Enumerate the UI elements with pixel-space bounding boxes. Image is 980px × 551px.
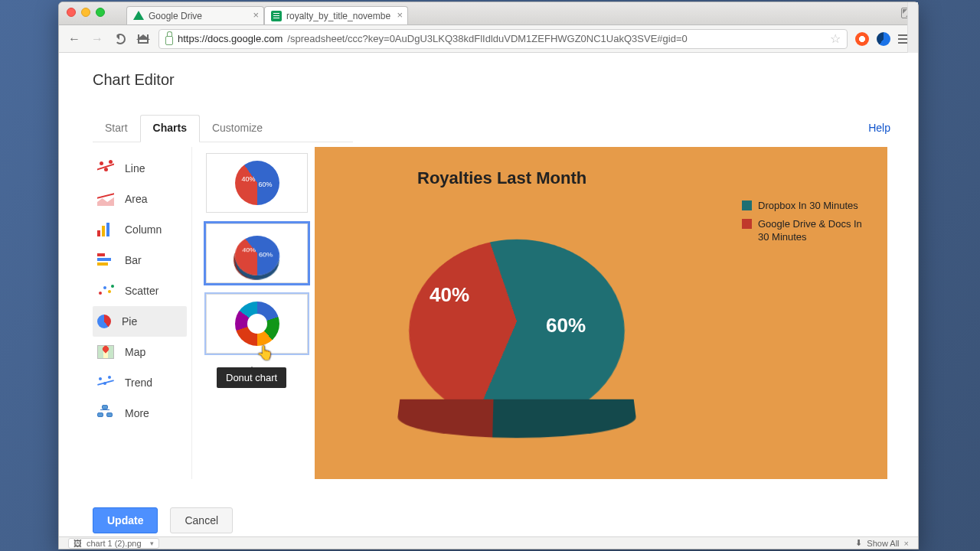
type-more[interactable]: More	[93, 398, 187, 429]
download-show-all[interactable]: ⬇ Show All ×	[855, 538, 909, 548]
legend-item: Google Drive & Docs In 30 Minutes	[742, 217, 864, 244]
chart-preview: Royalties Last Month 40% 60% Dropbox In …	[315, 147, 887, 479]
cancel-button[interactable]: Cancel	[170, 507, 233, 533]
chart-legend: Dropbox In 30 Minutes Google Drive & Doc…	[742, 199, 864, 249]
type-map[interactable]: Map	[93, 337, 187, 367]
map-chart-icon	[97, 345, 114, 359]
type-label: Column	[125, 223, 162, 236]
window-close-button[interactable]	[67, 8, 76, 17]
editor-body: Line Area Column Bar Scatter Pie Map Tre…	[93, 147, 887, 479]
browser-tab-sheet[interactable]: royalty_by_title_novembe ×	[264, 6, 408, 24]
slice-label-40: 40%	[430, 283, 469, 307]
url-path: /spreadsheet/ccc?key=0AuDgU3LKQ38kdFlIdl…	[287, 33, 687, 44]
line-chart-icon	[97, 161, 114, 175]
extension-icon[interactable]	[855, 32, 869, 46]
browser-window: Google Drive × royalty_by_title_novembe …	[58, 2, 919, 549]
donut-thumb-icon	[235, 302, 279, 346]
slice-label-60: 60%	[546, 314, 586, 337]
nav-reload-button[interactable]	[113, 31, 128, 47]
scatter-chart-icon	[97, 284, 114, 298]
type-label: Area	[125, 193, 148, 205]
thumb-label: 60%	[259, 181, 273, 188]
window-minimize-button[interactable]	[81, 8, 90, 17]
type-label: Trend	[125, 377, 152, 389]
pie-slices	[397, 240, 636, 423]
type-line[interactable]: Line	[93, 153, 187, 184]
type-area[interactable]: Area	[93, 184, 187, 214]
thumb-label: 40%	[242, 175, 256, 183]
bar-chart-icon	[97, 253, 114, 267]
type-label: Line	[125, 162, 145, 174]
type-column[interactable]: Column	[93, 214, 187, 245]
editor-tabs: Start Charts Customize	[93, 115, 353, 142]
download-item[interactable]: 🖼 chart 1 (2).png	[68, 538, 159, 549]
dialog-title: Chart Editor	[93, 71, 887, 89]
pie-thumb-icon: 40% 60%	[235, 161, 279, 205]
tab-start[interactable]: Start	[93, 116, 140, 142]
type-label: Map	[125, 346, 145, 358]
type-trend[interactable]: Trend	[93, 367, 187, 398]
chart-subtype-list: 40% 60% 40% 60% Donut chart 👆	[192, 147, 307, 479]
area-chart-icon	[97, 192, 114, 206]
nav-back-button[interactable]: ←	[67, 31, 82, 47]
url-host: https://docs.google.com	[178, 33, 283, 44]
type-bar[interactable]: Bar	[93, 245, 187, 276]
download-bar-close-icon[interactable]: ×	[904, 539, 909, 548]
sheets-favicon-icon	[271, 11, 282, 21]
window-controls	[67, 8, 105, 17]
window-zoom-button[interactable]	[96, 8, 105, 17]
subtype-pie-flat[interactable]: 40% 60%	[206, 153, 308, 213]
pie-chart	[410, 214, 624, 429]
trend-chart-icon	[97, 376, 114, 390]
address-bar[interactable]: https://docs.google.com/spreadsheet/ccc?…	[158, 29, 848, 49]
chart-title: Royalties Last Month	[417, 168, 586, 188]
legend-label: Dropbox In 30 Minutes	[758, 199, 858, 213]
show-all-label: Show All	[867, 539, 899, 548]
drive-favicon-icon	[133, 11, 144, 21]
legend-swatch-icon	[742, 219, 752, 229]
pie-chart-icon	[97, 315, 111, 328]
legend-swatch-icon	[742, 201, 752, 210]
type-label: Pie	[122, 315, 137, 328]
cursor-icon: 👆	[256, 344, 273, 361]
tab-title: royalty_by_title_novembe	[286, 11, 390, 21]
chart-type-list: Line Area Column Bar Scatter Pie Map Tre…	[93, 147, 192, 479]
type-label: Bar	[125, 254, 142, 266]
download-filename: chart 1 (2).png	[87, 539, 142, 548]
type-label: More	[125, 407, 149, 419]
nav-forward-button[interactable]: →	[90, 31, 105, 47]
tab-close-icon[interactable]: ×	[253, 10, 259, 20]
lock-icon	[165, 36, 173, 45]
type-pie[interactable]: Pie	[93, 306, 187, 337]
titlebar: Google Drive × royalty_by_title_novembe …	[59, 2, 918, 25]
help-link[interactable]: Help	[868, 122, 890, 134]
type-label: Scatter	[125, 285, 158, 297]
thumb-label: 40%	[242, 247, 256, 253]
browser-tab-drive[interactable]: Google Drive ×	[126, 6, 264, 24]
chart-editor-dialog: Chart Editor Help Start Charts Customize…	[59, 53, 918, 549]
tab-title: Google Drive	[149, 11, 202, 21]
subtype-tooltip: Donut chart	[217, 367, 286, 388]
bookmark-star-icon[interactable]: ☆	[830, 31, 841, 46]
update-button[interactable]: Update	[93, 507, 158, 533]
tab-close-icon[interactable]: ×	[397, 10, 403, 20]
legend-label: Google Drive & Docs In 30 Minutes	[758, 217, 864, 244]
browser-tabs: Google Drive × royalty_by_title_novembe …	[126, 6, 408, 24]
subtype-pie-3d[interactable]: 40% 60%	[206, 223, 308, 283]
tab-customize[interactable]: Customize	[200, 116, 275, 142]
legend-item: Dropbox In 30 Minutes	[742, 199, 864, 213]
more-chart-icon	[97, 406, 114, 420]
extension-icon[interactable]	[877, 32, 890, 46]
type-scatter[interactable]: Scatter	[93, 276, 187, 306]
pie3d-thumb-icon: 40% 60%	[232, 236, 282, 276]
tab-charts[interactable]: Charts	[140, 115, 200, 142]
thumb-label: 60%	[258, 251, 273, 258]
nav-home-button[interactable]	[136, 31, 151, 47]
dialog-actions: Update Cancel	[93, 507, 233, 533]
column-chart-icon	[97, 223, 114, 236]
download-arrow-icon: ⬇	[855, 538, 862, 548]
download-bar: 🖼 chart 1 (2).png ⬇ Show All ×	[59, 536, 918, 549]
browser-toolbar: ← → https://docs.google.com/spreadsheet/…	[59, 25, 918, 53]
file-icon: 🖼	[74, 539, 82, 548]
